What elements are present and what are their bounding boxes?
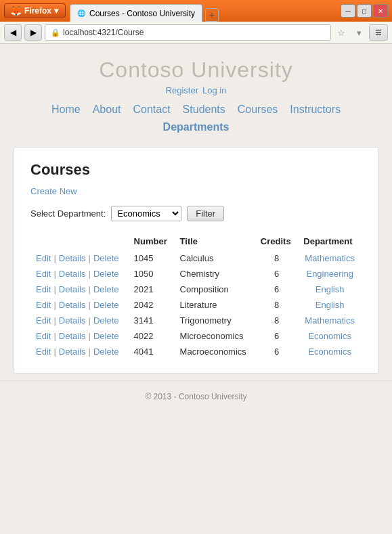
row-actions: Edit | Details | Delete — [30, 313, 129, 328]
firefox-label: Firefox — [24, 6, 51, 16]
course-department: English — [298, 297, 362, 313]
site-header: Contoso University Register Log in Home … — [0, 44, 392, 140]
bookmark-list-button[interactable]: ▾ — [351, 25, 366, 40]
close-button[interactable]: ✕ — [373, 4, 388, 18]
course-department: Mathematics — [298, 250, 362, 266]
course-number: 2021 — [129, 282, 175, 297]
url-text: localhost:4321/Course — [63, 28, 144, 37]
course-credits: 6 — [255, 328, 298, 344]
forward-button[interactable]: ▶ — [24, 24, 42, 41]
browser-menu-button[interactable]: ☰ — [369, 24, 388, 41]
page-footer: © 2013 - Contoso University — [0, 380, 392, 412]
details-link[interactable]: Details — [59, 347, 86, 357]
page-main: Courses Create New Select Department: Al… — [14, 147, 378, 374]
new-tab-button[interactable]: + — [205, 8, 219, 22]
details-link[interactable]: Details — [59, 284, 86, 294]
sep2: | — [89, 347, 91, 357]
course-credits: 6 — [255, 344, 298, 359]
back-button[interactable]: ◀ — [4, 24, 22, 41]
course-number: 1050 — [129, 266, 175, 282]
nav-about[interactable]: About — [93, 104, 121, 116]
course-title: Calculus — [175, 250, 255, 266]
firefox-menu-button[interactable]: 🦊 Firefox ▾ — [4, 3, 66, 18]
row-actions: Edit | Details | Delete — [30, 344, 129, 359]
course-number: 1045 — [129, 250, 175, 266]
edit-link[interactable]: Edit — [36, 347, 51, 357]
bookmark-button[interactable]: ☆ — [334, 25, 349, 40]
table-row: Edit | Details | Delete 2021Composition6… — [30, 282, 362, 297]
login-link[interactable]: Log in — [202, 85, 226, 95]
register-link[interactable]: Register — [166, 85, 198, 95]
edit-link[interactable]: Edit — [36, 284, 51, 294]
delete-link[interactable]: Delete — [93, 315, 119, 326]
minimize-button[interactable]: ─ — [341, 4, 355, 18]
course-credits: 8 — [255, 250, 298, 266]
nav-contact[interactable]: Contact — [133, 104, 170, 116]
delete-link[interactable]: Delete — [93, 253, 119, 263]
nav-home[interactable]: Home — [51, 104, 81, 116]
edit-link[interactable]: Edit — [36, 315, 51, 326]
filter-button[interactable]: Filter — [187, 206, 224, 221]
table-row: Edit | Details | Delete 3141Trigonometry… — [30, 313, 362, 328]
col-credits: Credits — [255, 233, 298, 250]
edit-link[interactable]: Edit — [36, 300, 51, 310]
col-department: Department — [298, 233, 362, 250]
titlebar: 🦊 Firefox ▾ 🌐 Courses - Contoso Universi… — [0, 0, 392, 22]
sep1: | — [53, 315, 56, 326]
page-heading: Courses — [30, 161, 362, 179]
firefox-icon: 🦊 — [10, 5, 22, 16]
nav-courses[interactable]: Courses — [238, 104, 278, 116]
edit-link[interactable]: Edit — [36, 269, 51, 279]
details-link[interactable]: Details — [59, 331, 86, 341]
edit-link[interactable]: Edit — [36, 253, 51, 263]
maximize-button[interactable]: □ — [357, 4, 372, 18]
table-row: Edit | Details | Delete 2042Literature8E… — [30, 297, 362, 313]
details-link[interactable]: Details — [59, 269, 86, 279]
details-link[interactable]: Details — [59, 315, 86, 326]
course-department: Economics — [298, 328, 362, 344]
nav-students[interactable]: Students — [183, 104, 225, 116]
delete-link[interactable]: Delete — [93, 331, 119, 341]
lock-icon: 🔒 — [51, 28, 60, 37]
details-link[interactable]: Details — [59, 253, 86, 263]
delete-link[interactable]: Delete — [93, 269, 119, 279]
col-number: Number — [129, 233, 175, 250]
course-title: Composition — [175, 282, 255, 297]
tab-bar: 🌐 Courses - Contoso University + — [70, 0, 336, 22]
delete-link[interactable]: Delete — [93, 284, 119, 294]
site-nav: Home About Contact Students Courses Inst… — [0, 101, 392, 118]
details-link[interactable]: Details — [59, 300, 86, 310]
course-number: 3141 — [129, 313, 175, 328]
tab-favicon: 🌐 — [77, 9, 85, 17]
create-new-link[interactable]: Create New — [30, 186, 77, 196]
sep2: | — [89, 315, 91, 326]
department-select[interactable]: All Economics Engineering English Mathem… — [111, 206, 181, 221]
sep2: | — [89, 253, 91, 263]
course-credits: 8 — [255, 313, 298, 328]
browser-content: Contoso University Register Log in Home … — [0, 44, 392, 534]
nav-instructors[interactable]: Instructors — [290, 104, 341, 116]
col-title: Title — [175, 233, 255, 250]
edit-link[interactable]: Edit — [36, 331, 51, 341]
course-title: Literature — [175, 297, 255, 313]
courses-table: Number Title Credits Department Edit | D… — [30, 233, 362, 359]
sep2: | — [89, 331, 91, 341]
url-bar[interactable]: 🔒 localhost:4321/Course — [45, 24, 331, 41]
active-tab[interactable]: 🌐 Courses - Contoso University — [70, 4, 202, 22]
sep1: | — [53, 347, 56, 357]
nav-departments[interactable]: Departments — [163, 121, 230, 133]
footer-text: © 2013 - Contoso University — [145, 392, 246, 401]
course-department: English — [298, 282, 362, 297]
delete-link[interactable]: Delete — [93, 300, 119, 310]
table-header-row: Number Title Credits Department — [30, 233, 362, 250]
col-actions — [30, 233, 129, 250]
course-title: Chemistry — [175, 266, 255, 282]
sep1: | — [53, 253, 56, 263]
table-row: Edit | Details | Delete 4022Microeconomi… — [30, 328, 362, 344]
delete-link[interactable]: Delete — [93, 347, 119, 357]
table-row: Edit | Details | Delete 4041Macroeconomi… — [30, 344, 362, 359]
sep1: | — [53, 300, 56, 310]
course-credits: 6 — [255, 266, 298, 282]
window-controls: ─ □ ✕ — [341, 4, 388, 18]
row-actions: Edit | Details | Delete — [30, 297, 129, 313]
